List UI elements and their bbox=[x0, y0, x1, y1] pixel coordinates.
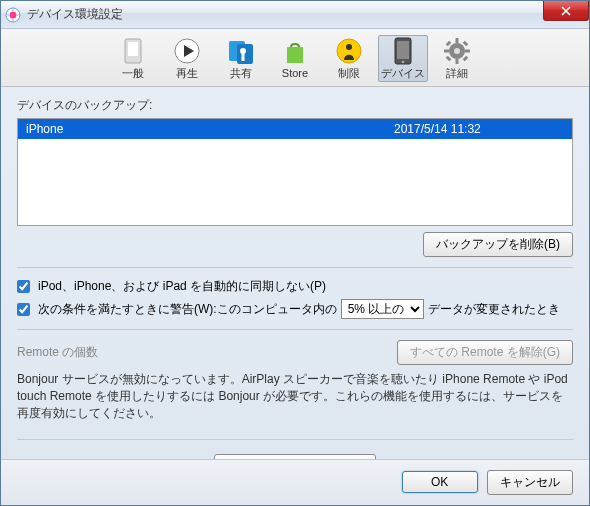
tab-store[interactable]: Store bbox=[270, 35, 320, 82]
tab-label: 一般 bbox=[122, 66, 144, 81]
preferences-window: デバイス環境設定 一般 再生 共有 Store bbox=[0, 0, 590, 506]
general-icon bbox=[119, 37, 147, 65]
window-title: デバイス環境設定 bbox=[27, 6, 123, 23]
delete-backup-button[interactable]: バックアップを削除(B) bbox=[423, 232, 573, 257]
tab-label: 再生 bbox=[176, 66, 198, 81]
close-button[interactable] bbox=[543, 1, 589, 21]
tab-label: 共有 bbox=[230, 66, 252, 81]
svg-point-14 bbox=[454, 48, 460, 54]
no-autosync-row[interactable]: iPod、iPhone、および iPad を自動的に同期しない(P) bbox=[17, 278, 573, 295]
warn-prefix: 次の条件を満たすときに警告(W):このコンピュータ内の bbox=[38, 301, 337, 318]
cancel-button[interactable]: キャンセル bbox=[487, 470, 573, 495]
tab-label: 詳細 bbox=[446, 66, 468, 81]
bonjour-info: Bonjour サービスが無効になっています。AirPlay スピーカーで音楽を… bbox=[17, 371, 573, 421]
ok-button[interactable]: OK bbox=[402, 471, 478, 493]
separator bbox=[17, 329, 573, 330]
backup-list[interactable]: iPhone 2017/5/14 11:32 bbox=[17, 118, 573, 226]
tab-label: デバイス bbox=[381, 66, 425, 81]
tab-general[interactable]: 一般 bbox=[108, 35, 158, 82]
tab-label: Store bbox=[282, 67, 308, 79]
svg-rect-19 bbox=[446, 40, 452, 46]
backup-name: iPhone bbox=[26, 122, 394, 136]
tab-restrictions[interactable]: 制限 bbox=[324, 35, 374, 82]
svg-rect-22 bbox=[463, 55, 469, 61]
tab-advanced[interactable]: 詳細 bbox=[432, 35, 482, 82]
svg-rect-20 bbox=[463, 40, 469, 46]
svg-rect-7 bbox=[242, 53, 245, 61]
svg-point-9 bbox=[346, 44, 352, 50]
content-area: デバイスのバックアップ: iPhone 2017/5/14 11:32 バックア… bbox=[1, 87, 589, 489]
separator bbox=[17, 267, 573, 268]
no-autosync-checkbox[interactable] bbox=[17, 280, 30, 293]
svg-rect-3 bbox=[128, 42, 138, 56]
tab-playback[interactable]: 再生 bbox=[162, 35, 212, 82]
svg-rect-15 bbox=[456, 38, 459, 43]
warn-row: 次の条件を満たすときに警告(W):このコンピュータ内の 5% 以上の データが変… bbox=[17, 299, 573, 319]
gear-icon bbox=[443, 37, 471, 65]
svg-point-12 bbox=[402, 60, 405, 63]
separator bbox=[17, 439, 573, 440]
tab-label: 制限 bbox=[338, 66, 360, 81]
backups-heading: デバイスのバックアップ: bbox=[17, 97, 573, 114]
restrictions-icon bbox=[335, 37, 363, 65]
store-icon bbox=[281, 38, 309, 66]
warn-checkbox[interactable] bbox=[17, 303, 30, 316]
threshold-select[interactable]: 5% 以上の bbox=[341, 299, 424, 319]
dialog-footer: OK キャンセル bbox=[1, 459, 589, 505]
device-icon bbox=[389, 37, 417, 65]
tab-devices[interactable]: デバイス bbox=[378, 35, 428, 82]
tab-sharing[interactable]: 共有 bbox=[216, 35, 266, 82]
play-icon bbox=[173, 37, 201, 65]
app-icon bbox=[5, 7, 21, 23]
svg-rect-21 bbox=[446, 55, 452, 61]
svg-rect-18 bbox=[465, 49, 470, 52]
svg-rect-11 bbox=[397, 41, 409, 59]
svg-rect-17 bbox=[444, 49, 449, 52]
no-autosync-label: iPod、iPhone、および iPad を自動的に同期しない(P) bbox=[38, 278, 326, 295]
svg-rect-6 bbox=[237, 44, 253, 64]
backup-date: 2017/5/14 11:32 bbox=[394, 122, 564, 136]
svg-point-1 bbox=[10, 11, 17, 18]
tab-toolbar: 一般 再生 共有 Store 制限 bbox=[1, 29, 589, 87]
backup-row[interactable]: iPhone 2017/5/14 11:32 bbox=[18, 119, 572, 139]
remote-heading: Remote の個数 bbox=[17, 344, 98, 361]
titlebar: デバイス環境設定 bbox=[1, 1, 589, 29]
unpair-remotes-button: すべての Remote を解除(G) bbox=[397, 340, 573, 365]
warn-suffix: データが変更されたとき bbox=[428, 301, 560, 318]
sharing-icon bbox=[227, 37, 255, 65]
svg-rect-16 bbox=[456, 59, 459, 64]
